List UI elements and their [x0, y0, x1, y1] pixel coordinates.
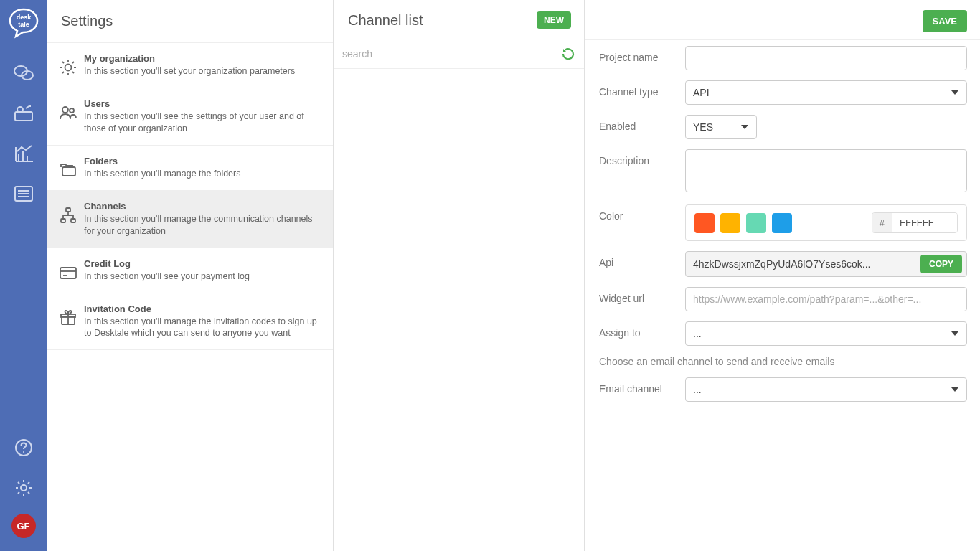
search-bar: [334, 39, 584, 69]
channel-list-column: Channel list NEW: [334, 0, 585, 551]
settings-item-desc: In this section you'll see your payment …: [84, 270, 324, 283]
svg-rect-20: [60, 268, 76, 278]
svg-rect-18: [61, 219, 65, 222]
description-textarea[interactable]: [685, 149, 967, 192]
svg-rect-16: [62, 167, 75, 176]
svg-rect-19: [71, 219, 75, 222]
label-project-name: Project name: [599, 46, 685, 63]
label-description: Description: [599, 149, 685, 166]
label-api: Api: [599, 251, 685, 268]
settings-item-desc: In this section you'll see the settings …: [84, 110, 324, 135]
save-button[interactable]: SAVE: [923, 10, 967, 32]
settings-item-desc: In this section you'll manage the invita…: [84, 316, 324, 340]
folders-icon: [55, 156, 81, 180]
color-swatches: [694, 213, 792, 233]
nav-settings-icon[interactable]: [9, 474, 38, 502]
nav-chat-icon[interactable]: [9, 59, 38, 88]
settings-item-title: Users: [84, 98, 324, 109]
svg-point-15: [70, 108, 74, 113]
label-assign-to: Assign to: [599, 321, 685, 339]
label-email-channel: Email channel: [599, 377, 685, 395]
svg-rect-4: [15, 112, 32, 121]
settings-column: Settings My organization In this section…: [47, 0, 334, 551]
gift-icon: [55, 303, 81, 340]
form-column: SAVE Project name Channel type API E: [585, 0, 980, 551]
project-name-input[interactable]: [685, 46, 967, 70]
settings-item-folders[interactable]: Folders In this section you'll manage th…: [47, 145, 333, 190]
hex-input-group: #: [872, 212, 958, 233]
email-channel-select[interactable]: ...: [685, 377, 967, 402]
nav-analytics-icon[interactable]: [9, 139, 38, 168]
label-channel-type: Channel type: [599, 80, 685, 98]
users-icon: [55, 98, 81, 135]
user-avatar[interactable]: GF: [11, 514, 36, 538]
swatch-amber[interactable]: [720, 213, 740, 233]
vertical-nav: desk tale: [0, 0, 47, 551]
settings-item-title: My organization: [84, 53, 324, 64]
settings-item-desc: In this section you'll manage the folder…: [84, 168, 324, 180]
settings-item-users[interactable]: Users In this section you'll see the set…: [47, 88, 333, 145]
hex-input[interactable]: [892, 213, 957, 232]
settings-item-invite[interactable]: Invitation Code In this section you'll m…: [47, 293, 333, 351]
hash-label: #: [872, 213, 892, 232]
nav-dashboard-icon[interactable]: [9, 99, 38, 128]
swatch-teal[interactable]: [746, 213, 766, 233]
svg-text:tale: tale: [18, 21, 29, 28]
search-input[interactable]: [339, 44, 561, 64]
refresh-icon[interactable]: [561, 47, 575, 61]
settings-list: My organization In this section you'll s…: [47, 42, 333, 551]
email-hint: Choose an email channel to send and rece…: [599, 356, 967, 367]
channel-list-title: Channel list: [348, 12, 423, 29]
swatch-orange[interactable]: [694, 213, 715, 233]
color-picker: #: [685, 204, 967, 241]
settings-item-channels[interactable]: Channels In this section you'll manage t…: [47, 190, 333, 248]
nav-help-icon[interactable]: [9, 433, 38, 462]
settings-item-title: Credit Log: [84, 258, 324, 269]
label-widget-url: Widget url: [599, 287, 685, 304]
channel-type-select[interactable]: API: [685, 80, 967, 105]
nav-list-icon[interactable]: [9, 179, 38, 208]
new-button[interactable]: NEW: [537, 11, 571, 29]
swatch-blue[interactable]: [772, 213, 792, 233]
svg-point-11: [23, 451, 24, 453]
credit-card-icon: [55, 258, 81, 283]
settings-title: Settings: [47, 0, 333, 42]
api-key-field: 4hzkDwssjxmZqPyUdA6lO7Yses6cok... COPY: [685, 251, 967, 277]
svg-point-12: [21, 485, 27, 491]
svg-rect-17: [66, 208, 70, 212]
svg-point-14: [62, 107, 68, 113]
label-color: Color: [599, 204, 685, 222]
label-enabled: Enabled: [599, 115, 685, 132]
enabled-select[interactable]: YES: [685, 115, 757, 139]
settings-item-desc: In this section you'll manage the commun…: [84, 213, 324, 237]
channels-icon: [55, 201, 81, 237]
assign-to-select[interactable]: ...: [685, 321, 967, 346]
settings-item-org[interactable]: My organization In this section you'll s…: [47, 42, 333, 88]
settings-item-title: Invitation Code: [84, 303, 324, 314]
brand-logo: desk tale: [6, 6, 41, 40]
svg-point-13: [65, 65, 72, 71]
settings-item-desc: In this section you'll set your organiza…: [84, 65, 324, 77]
settings-item-credit[interactable]: Credit Log In this section you'll see yo…: [47, 248, 333, 293]
settings-item-title: Channels: [84, 201, 324, 212]
widget-url-input[interactable]: [685, 287, 967, 311]
settings-item-title: Folders: [84, 156, 324, 166]
api-key-value: 4hzkDwssjxmZqPyUdA6lO7Yses6cok...: [693, 255, 920, 273]
copy-button[interactable]: COPY: [920, 255, 962, 273]
gear-icon: [55, 53, 81, 77]
svg-text:desk: desk: [16, 14, 32, 21]
